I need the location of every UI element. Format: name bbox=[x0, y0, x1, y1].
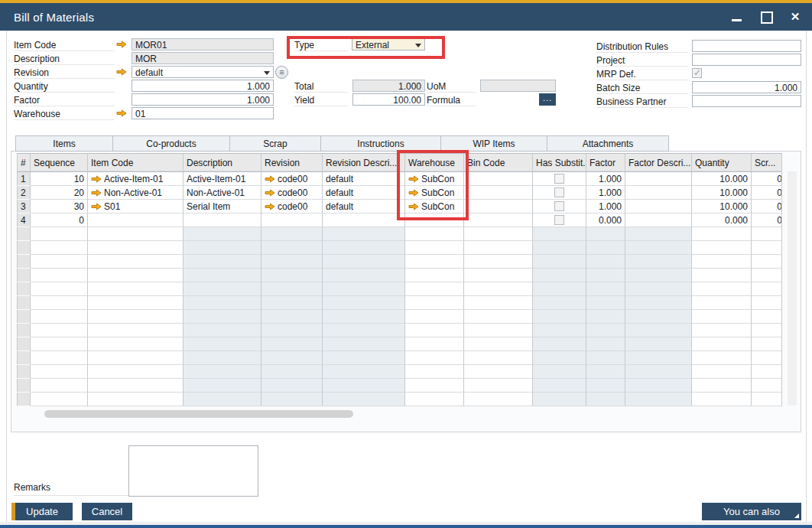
table-cell-bin-code[interactable] bbox=[464, 393, 533, 406]
table-cell-factor-desc[interactable] bbox=[625, 393, 692, 406]
table-cell-quantity[interactable] bbox=[692, 282, 752, 296]
table-cell-bin-code[interactable] bbox=[464, 337, 533, 351]
table-cell-description[interactable] bbox=[184, 241, 261, 255]
table-cell-factor[interactable] bbox=[586, 337, 625, 351]
cancel-button[interactable]: Cancel bbox=[82, 503, 132, 520]
table-cell-factor-desc[interactable] bbox=[625, 365, 692, 379]
project-field[interactable] bbox=[692, 54, 801, 66]
table-cell-warehouse[interactable] bbox=[405, 310, 464, 324]
table-cell-has-substitute[interactable] bbox=[533, 296, 586, 310]
table-cell-sequence[interactable]: 20 bbox=[31, 186, 88, 200]
table-cell-factor-desc[interactable] bbox=[625, 172, 692, 186]
table-cell-revision[interactable] bbox=[261, 255, 323, 269]
table-cell-num[interactable] bbox=[17, 393, 31, 406]
table-cell-item-code[interactable] bbox=[88, 282, 184, 296]
table-cell-factor[interactable] bbox=[586, 255, 625, 269]
table-cell-revision[interactable] bbox=[261, 296, 323, 310]
table-cell-factor-desc[interactable] bbox=[625, 186, 692, 200]
table-cell-description[interactable] bbox=[184, 255, 261, 269]
table-cell-item-code[interactable]: Active-Item-01 bbox=[88, 172, 184, 186]
table-cell-quantity[interactable] bbox=[692, 324, 752, 337]
table-cell-has-substitute[interactable] bbox=[533, 255, 586, 269]
table-cell-description[interactable] bbox=[184, 282, 261, 296]
table-cell-revision-desc[interactable] bbox=[323, 213, 405, 227]
table-cell-revision-desc[interactable]: default bbox=[323, 172, 405, 186]
table-cell-scrap[interactable] bbox=[752, 310, 782, 324]
table-cell-quantity[interactable]: 10.000 bbox=[692, 200, 752, 213]
table-cell-revision[interactable] bbox=[261, 365, 323, 379]
table-cell-revision-desc[interactable] bbox=[323, 282, 405, 296]
link-arrow-icon[interactable] bbox=[265, 203, 275, 210]
table-cell-item-code[interactable]: Non-Active-01 bbox=[88, 186, 184, 200]
table-cell-sequence[interactable] bbox=[31, 365, 88, 379]
table-cell-factor-desc[interactable] bbox=[625, 282, 692, 296]
column-header[interactable]: Bin Code bbox=[464, 154, 533, 171]
table-cell-num[interactable] bbox=[17, 324, 31, 337]
table-cell-has-substitute[interactable] bbox=[533, 200, 586, 213]
factor-field[interactable]: 1.000 bbox=[132, 93, 274, 106]
table-cell-description[interactable] bbox=[184, 324, 261, 337]
table-cell-quantity[interactable]: 10.000 bbox=[692, 186, 752, 200]
table-cell-has-substitute[interactable] bbox=[533, 310, 586, 324]
table-cell-item-code[interactable] bbox=[88, 255, 184, 269]
table-cell-bin-code[interactable] bbox=[464, 200, 533, 213]
formula-ellipsis-button[interactable]: ... bbox=[539, 93, 556, 106]
link-arrow-icon[interactable] bbox=[91, 175, 102, 183]
table-cell-warehouse[interactable] bbox=[405, 365, 464, 379]
table-cell-has-substitute[interactable] bbox=[533, 241, 586, 255]
table-cell-factor[interactable] bbox=[586, 379, 625, 393]
has-substitute-checkbox[interactable] bbox=[554, 174, 564, 184]
table-cell-has-substitute[interactable] bbox=[533, 269, 586, 282]
table-cell-item-code[interactable] bbox=[88, 269, 184, 282]
table-cell-has-substitute[interactable] bbox=[533, 172, 586, 186]
table-cell-revision-desc[interactable]: default bbox=[323, 200, 405, 213]
table-cell-scrap[interactable]: 0 bbox=[752, 172, 782, 186]
table-cell-scrap[interactable] bbox=[752, 241, 782, 255]
table-cell-revision[interactable] bbox=[261, 393, 323, 406]
table-cell-scrap[interactable]: 0 bbox=[752, 186, 782, 200]
batch-size-field[interactable]: 1.000 bbox=[692, 81, 801, 93]
table-cell-item-code[interactable] bbox=[88, 365, 184, 379]
table-cell-quantity[interactable] bbox=[692, 351, 752, 365]
table-cell-revision-desc[interactable] bbox=[323, 393, 405, 406]
revision-dropdown[interactable]: default bbox=[132, 66, 274, 78]
mrp-def-checkbox[interactable] bbox=[692, 68, 702, 78]
link-arrow-icon[interactable] bbox=[116, 41, 127, 48]
table-cell-quantity[interactable] bbox=[692, 269, 752, 282]
table-cell-num[interactable] bbox=[17, 282, 31, 296]
table-cell-factor[interactable] bbox=[586, 365, 625, 379]
table-cell-sequence[interactable]: 30 bbox=[31, 200, 88, 213]
tab-wip-items[interactable]: WIP Items bbox=[441, 135, 547, 152]
table-cell-bin-code[interactable] bbox=[464, 255, 533, 269]
table-cell-num[interactable] bbox=[17, 379, 31, 393]
table-cell-factor[interactable]: 0.000 bbox=[586, 213, 625, 227]
table-cell-item-code[interactable] bbox=[88, 379, 184, 393]
table-cell-num[interactable] bbox=[17, 241, 31, 255]
column-header[interactable]: Item Code bbox=[88, 154, 184, 171]
table-cell-bin-code[interactable] bbox=[464, 269, 533, 282]
column-header[interactable]: Factor Descri... bbox=[625, 154, 692, 171]
table-cell-revision-desc[interactable] bbox=[323, 379, 405, 393]
update-button[interactable]: Update bbox=[11, 503, 73, 520]
table-cell-revision-desc[interactable] bbox=[323, 351, 405, 365]
table-cell-warehouse[interactable] bbox=[405, 269, 464, 282]
table-cell-sequence[interactable] bbox=[31, 269, 88, 282]
table-cell-item-code[interactable] bbox=[88, 227, 184, 241]
table-cell-warehouse[interactable] bbox=[405, 227, 464, 241]
table-cell-revision[interactable] bbox=[261, 379, 323, 393]
table-cell-item-code[interactable]: S01 bbox=[88, 200, 184, 213]
table-cell-factor[interactable] bbox=[586, 296, 625, 310]
table-cell-factor[interactable] bbox=[586, 393, 625, 406]
table-cell-description[interactable] bbox=[184, 393, 261, 406]
table-cell-quantity[interactable] bbox=[692, 227, 752, 241]
table-cell-scrap[interactable]: 0 bbox=[752, 213, 782, 227]
link-arrow-icon[interactable] bbox=[91, 203, 102, 210]
table-cell-quantity[interactable] bbox=[692, 296, 752, 310]
table-cell-sequence[interactable] bbox=[31, 282, 88, 296]
table-cell-num[interactable] bbox=[17, 351, 31, 365]
table-cell-num[interactable] bbox=[17, 227, 31, 241]
table-cell-item-code[interactable] bbox=[88, 296, 184, 310]
has-substitute-checkbox[interactable] bbox=[554, 201, 564, 211]
table-cell-has-substitute[interactable] bbox=[533, 186, 586, 200]
horizontal-scrollbar-thumb[interactable] bbox=[44, 410, 353, 418]
